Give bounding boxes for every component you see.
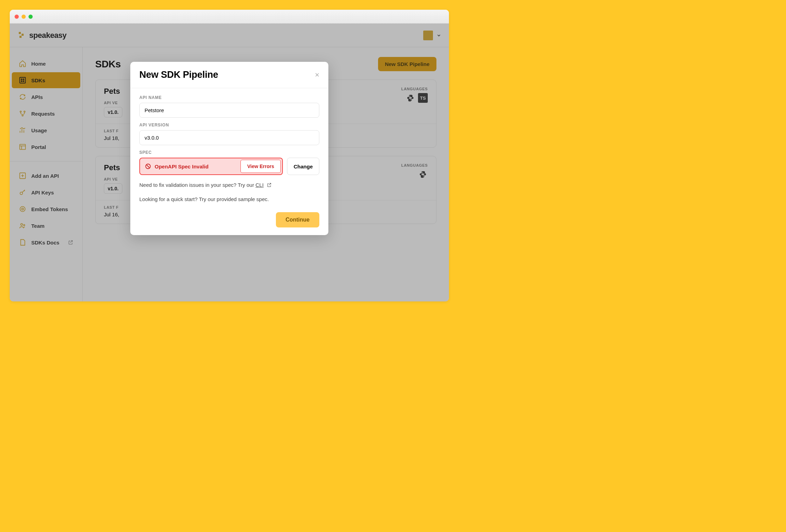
window-titlebar xyxy=(10,10,449,24)
spec-error-alert: OpenAPI Spec Invalid View Errors xyxy=(139,158,283,175)
new-sdk-pipeline-modal: New SDK Pipeline × API NAME API VERSION … xyxy=(130,62,328,235)
modal-overlay[interactable]: New SDK Pipeline × API NAME API VERSION … xyxy=(10,24,449,301)
modal-close-button[interactable]: × xyxy=(315,71,319,79)
modal-title: New SDK Pipeline xyxy=(139,69,218,80)
view-errors-button[interactable]: View Errors xyxy=(240,160,281,173)
change-spec-button[interactable]: Change xyxy=(287,158,319,175)
hint-quick-start: Looking for a quick start? Try our provi… xyxy=(139,196,319,203)
app-window: speakeasy Home SDKs xyxy=(10,10,449,301)
spec-label: SPEC xyxy=(139,150,319,155)
continue-button[interactable]: Continue xyxy=(276,212,319,227)
hint-fix-validation: Need to fix validation issues in your sp… xyxy=(139,181,319,189)
modal-body: API NAME API VERSION SPEC OpenAPI Spec I… xyxy=(130,88,328,207)
modal-header: New SDK Pipeline × xyxy=(130,62,328,88)
spec-error-text: OpenAPI Spec Invalid xyxy=(155,164,208,169)
spec-row: OpenAPI Spec Invalid View Errors Change xyxy=(139,158,319,175)
window-max-icon[interactable] xyxy=(28,15,33,19)
window-close-icon[interactable] xyxy=(15,15,19,19)
window-min-icon[interactable] xyxy=(22,15,26,19)
external-link-icon xyxy=(267,182,272,188)
close-icon: × xyxy=(315,70,319,79)
error-icon xyxy=(145,163,151,169)
modal-footer: Continue xyxy=(130,207,328,235)
cli-link[interactable]: CLI xyxy=(255,182,263,188)
api-name-input[interactable] xyxy=(139,103,319,118)
api-version-label: API VERSION xyxy=(139,123,319,127)
api-version-input[interactable] xyxy=(139,130,319,145)
svg-line-25 xyxy=(147,165,149,168)
api-name-label: API NAME xyxy=(139,95,319,100)
